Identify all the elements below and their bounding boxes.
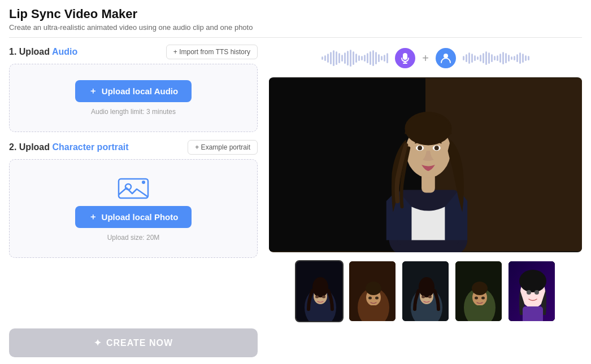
svg-point-24 (322, 296, 325, 299)
plus-icon: ＋ (89, 86, 97, 97)
waveform-bar-item (483, 53, 484, 63)
svg-point-23 (315, 296, 319, 299)
thumbnail-item[interactable] (348, 260, 397, 322)
import-tts-button[interactable]: + Import from TTS history (166, 45, 258, 59)
sparkle-icon: ✦ (94, 337, 102, 348)
audio-highlight: Audio (52, 47, 77, 56)
video-preview (269, 77, 582, 252)
waveform-bar-item (468, 52, 470, 64)
waveform-bar-item (522, 54, 524, 63)
mic-icon (395, 48, 415, 68)
portrait-label: Upload (19, 142, 50, 152)
svg-point-2 (142, 181, 145, 184)
upload-audio-section: 1. Upload Audio + Import from TTS histor… (9, 45, 258, 132)
thumb-portrait-5 (509, 261, 556, 322)
waveform-bar-item (344, 52, 346, 64)
example-portrait-button[interactable]: + Example portrait (188, 140, 258, 155)
svg-rect-55 (523, 306, 543, 322)
waveform-bar-item (333, 50, 334, 66)
waveform-bar-item (511, 56, 512, 60)
waveform-bar-item (336, 51, 337, 65)
waveform-bar-item (370, 51, 371, 65)
waveform-bar-item (499, 54, 501, 63)
thumb-portrait-2 (349, 261, 397, 322)
waveform-bar-item (494, 56, 496, 60)
app-title: Lip Sync Video Maker (9, 7, 582, 21)
svg-point-38 (421, 296, 425, 299)
waveform-bar-item (372, 50, 374, 66)
waveform-bar-item (367, 53, 368, 63)
audio-upload-box: ＋ Upload local Audio Audio length limit:… (9, 64, 258, 132)
waveform-bar-item (485, 51, 487, 65)
svg-point-31 (375, 297, 379, 300)
create-now-button[interactable]: ✦ CREATE NOW (9, 328, 258, 357)
svg-point-52 (519, 270, 546, 292)
thumbnail-item[interactable] (295, 260, 344, 322)
waveform-bar-item (474, 55, 476, 61)
waveform-bar-item (386, 53, 388, 63)
waveform-bar-item (471, 54, 473, 63)
upload-photo-label: Upload local Photo (102, 212, 179, 222)
portrait-upload-box: ＋ Upload local Photo Upload size: 20M (9, 159, 258, 258)
waveform-bar-item (480, 55, 481, 62)
svg-point-17 (434, 146, 439, 150)
waveform-bar-item (502, 52, 504, 64)
svg-point-46 (481, 297, 485, 300)
import-tts-label: + Import from TTS history (173, 48, 250, 56)
svg-rect-47 (471, 305, 489, 322)
svg-point-39 (428, 296, 432, 299)
app-container: Lip Sync Video Maker Create an ultra-rea… (0, 0, 591, 364)
waveform-bar-item (355, 54, 357, 63)
upload-portrait-section: 2. Upload Character portrait + Example p… (9, 140, 258, 258)
waveform-bar-item (525, 55, 527, 61)
waveform-bar-item (324, 55, 326, 61)
waveform-bar-item (497, 55, 498, 61)
svg-point-30 (368, 297, 372, 300)
waveform-bar-item (350, 50, 351, 67)
audio-label: Upload (19, 47, 50, 56)
create-now-label: CREATE NOW (106, 338, 173, 348)
waveform-bar-item (341, 55, 343, 62)
waveform-right (463, 49, 529, 67)
portrait-section-title: 2. Upload Character portrait (9, 142, 129, 152)
waveform-bar-item (488, 52, 490, 64)
portrait-section-header: 2. Upload Character portrait + Example p… (9, 140, 258, 155)
waveform-bar-item (466, 54, 467, 62)
example-portrait-label: + Example portrait (195, 143, 250, 151)
thumbnail-item[interactable] (507, 260, 556, 322)
waveform-bar-item (361, 56, 363, 60)
svg-point-45 (475, 297, 478, 300)
thumb-portrait-4 (455, 261, 503, 322)
portrait-step-label: 2. (9, 142, 16, 152)
waveform-bar-item (508, 55, 510, 62)
waveform-left (321, 49, 388, 67)
app-subtitle: Create an ultra-realistic animated video… (9, 23, 582, 32)
svg-point-53 (527, 290, 531, 295)
waveform-bar-item (378, 54, 380, 62)
svg-point-37 (419, 277, 434, 297)
waveform-bar-item (338, 53, 340, 63)
svg-rect-3 (403, 53, 407, 60)
svg-rect-32 (364, 305, 383, 322)
svg-point-16 (418, 146, 422, 150)
thumbnail-item[interactable] (401, 260, 450, 322)
upload-photo-button[interactable]: ＋ Upload local Photo (75, 206, 192, 228)
thumbnail-item[interactable] (454, 260, 503, 322)
svg-point-6 (444, 54, 448, 58)
waveform-bar-item (477, 56, 479, 60)
upload-audio-button[interactable]: ＋ Upload local Audio (75, 80, 192, 102)
waveform-bar-item (358, 55, 360, 61)
upload-audio-label: Upload local Audio (102, 86, 178, 96)
waveform-bar-item (491, 54, 493, 62)
waveform-bar-item (381, 56, 383, 60)
waveform-bar-item (463, 56, 464, 60)
waveform-bar-item (375, 52, 377, 64)
waveform-bar-item (327, 54, 329, 63)
person-icon (436, 48, 456, 68)
waveform-bar-item (364, 55, 366, 62)
svg-point-44 (472, 282, 488, 295)
svg-point-54 (534, 290, 539, 295)
portrait-svg (269, 77, 582, 252)
waveform-bar-item (516, 54, 518, 62)
waveform-bar-item (528, 56, 529, 60)
